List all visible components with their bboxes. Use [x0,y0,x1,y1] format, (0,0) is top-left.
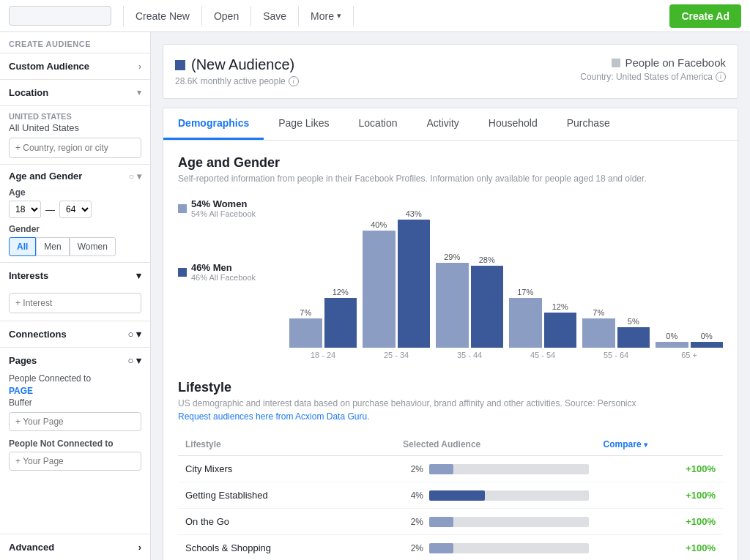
pages-header[interactable]: Pages ○ ▾ [0,348,150,373]
tabs-panel: Demographics Page Likes Location Activit… [163,108,738,560]
label-18-24: 18 - 24 [311,351,335,359]
age-gender-chart-section: Age and Gender Self-reported information… [178,155,723,359]
tab-demographics[interactable]: Demographics [163,108,264,140]
women-pct-text: 54% Women [191,198,256,209]
pages-chevron-icon: ▾ [136,355,141,366]
main-layout: CREATE AUDIENCE Custom Audience › Locati… [0,32,750,560]
bar-men-55-64 [617,327,650,348]
tab-page-likes[interactable]: Page Likes [264,108,344,140]
interests-section: Interests ▾ [0,262,150,321]
age-dash: — [45,204,55,215]
open-button[interactable]: Open [202,6,251,26]
men-pct-55-64: 5% [628,317,639,326]
tab-household[interactable]: Household [474,108,552,140]
audience-indicator [175,60,185,70]
people-connected-label: People Connected to [9,373,141,384]
men-pct-text: 46% Men [191,262,256,273]
bar-men-25-34 [398,220,431,348]
table-row: On the Go 2% +100% [178,509,723,535]
facebook-label-row: People on Facebook [459,56,726,69]
audience-info-icon: i [289,76,299,86]
connections-label: Connections [9,329,67,340]
age-label: Age [9,187,141,198]
advanced-label: Advanced [9,542,54,553]
lifestyle-link[interactable]: Request audiences here from Acxiom Data … [178,411,723,422]
interests-header[interactable]: Interests ▾ [0,263,150,288]
gender-women-button[interactable]: Women [70,237,116,256]
col-compare[interactable]: Compare ▾ [596,433,723,456]
bar-group-65plus: 0% 0% 65 + [656,198,723,359]
audience-monthly-text: 28.6K monthly active people [175,76,286,86]
advanced-header[interactable]: Advanced › [0,534,150,560]
chart-desc: Self-reported information from people in… [178,173,723,184]
compare-schools-shopping: +100% [596,535,723,561]
age-min-select[interactable]: 18 [9,201,41,218]
your-page-input-1[interactable] [9,412,141,431]
bars-35-44: 29% 28% [436,253,503,348]
audience-title-text: (New Audience) [191,56,294,73]
people-not-connected-label: People Not Connected to [9,438,141,449]
age-max-select[interactable]: 64 [59,201,92,218]
women-pct-35-44: 29% [444,253,460,261]
label-65plus: 65 + [681,351,697,359]
facebook-label: People on Facebook [625,56,726,69]
create-new-button[interactable]: Create New [123,6,202,26]
bar-fill-schools-shopping [429,543,453,553]
lifestyle-table-header: Lifestyle Selected Audience Compare ▾ [178,433,723,456]
sidebar-item-location[interactable]: Location ▾ [0,79,150,105]
sidebar: CREATE AUDIENCE Custom Audience › Locati… [0,32,151,560]
lifestyle-title: Lifestyle [178,380,723,395]
lifestyle-bar-on-the-go: 2% [396,509,596,535]
men-sub-text: 46% All Facebook [191,273,256,282]
gender-men-button[interactable]: Men [36,237,69,256]
bar-chart: 7% 12% 18 - 24 [289,198,723,359]
your-page-input-2[interactable] [9,452,141,471]
location-input[interactable] [9,138,141,158]
table-row: Getting Established 4% +100 [178,482,723,509]
women-legend-dot [178,204,187,213]
audience-left: (New Audience) 28.6K monthly active peop… [175,56,442,86]
custom-audience-label: Custom Audience [9,61,89,72]
men-pct-45-54: 12% [552,302,568,311]
page-name: Buffer [9,397,141,408]
facebook-indicator [612,59,620,67]
info-icon: ○ [129,171,134,182]
gender-row: All Men Women [9,237,141,256]
sidebar-item-custom-audience[interactable]: Custom Audience › [0,53,150,79]
advanced-arrow-icon: › [138,542,141,553]
pages-body: People Connected to PAGE Buffer People N… [0,373,150,484]
tab-activity[interactable]: Activity [412,108,473,140]
compare-header: Compare ▾ [604,439,716,449]
bars-55-64: 7% 5% [582,308,650,348]
top-nav: Create New Open Save More Create Ad [0,0,750,32]
tab-purchase[interactable]: Purchase [552,108,625,140]
interests-label: Interests [9,270,48,281]
save-button[interactable]: Save [251,6,299,26]
chevron-down-icon: ▾ [137,171,141,182]
more-button[interactable]: More [299,6,354,26]
age-row: 18 — 64 [9,201,141,218]
gender-all-button[interactable]: All [9,237,36,256]
connections-header[interactable]: Connections ○ ▾ [0,321,150,347]
advanced-section: Advanced › [0,534,150,560]
label-45-54: 45 - 54 [530,351,555,359]
page-link[interactable]: PAGE [9,386,33,396]
location-value: All United States [9,122,141,133]
custom-audience-arrow-icon: › [138,61,141,72]
compare-getting-established: +100% [596,482,723,509]
audience-title: (New Audience) [175,56,442,73]
country-info-icon: i [716,72,726,82]
bar-women-65plus [656,342,688,348]
bar-women-35-44 [436,263,469,348]
lifestyle-bar-getting-established: 4% [396,482,596,509]
men-pct-65plus: 0% [701,332,713,340]
pages-section: Pages ○ ▾ People Connected to PAGE Buffe… [0,347,150,484]
location-section: UNITED STATES All United States [0,105,150,164]
interests-input[interactable] [9,293,141,313]
location-label: Location [9,87,48,98]
compare-on-the-go: +100% [596,509,723,535]
search-input[interactable] [9,6,111,26]
tab-location[interactable]: Location [344,108,412,140]
create-ad-button[interactable]: Create Ad [669,4,741,28]
men-pct-25-34: 43% [406,209,422,218]
